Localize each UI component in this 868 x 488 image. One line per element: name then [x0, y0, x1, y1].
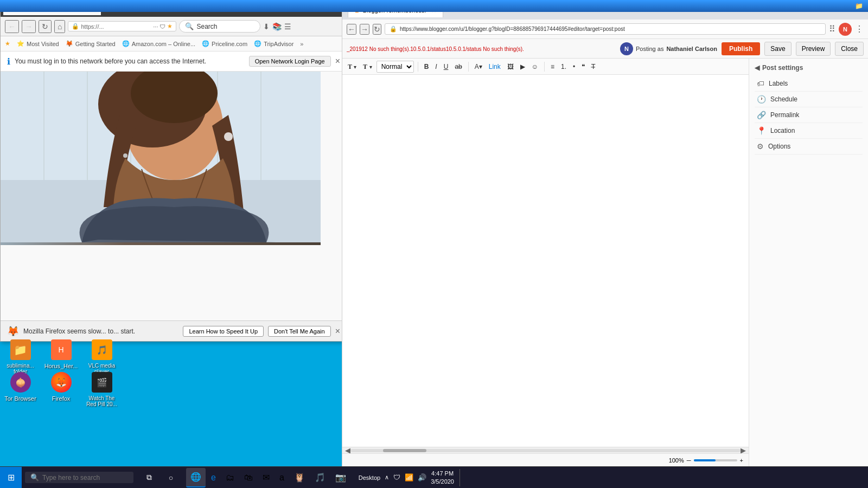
download-icon[interactable]: ⬇	[263, 22, 270, 31]
text-color-button[interactable]: A▾	[473, 62, 484, 72]
taskbar-photos-app[interactable]: 📷	[331, 468, 350, 487]
bookmark-priceline[interactable]: 🌐 Priceline.com	[202, 40, 247, 47]
blogger-url-bar[interactable]: 🔒 https://www.blogger.com/u/1/blogger.g?…	[385, 23, 826, 35]
forward-button[interactable]: →	[22, 20, 36, 33]
library-icon[interactable]: 📚	[272, 22, 282, 31]
schedule-item[interactable]: 🕐 Schedule	[755, 92, 863, 107]
b-forward-btn[interactable]: →	[360, 24, 369, 35]
taskbar-amazon-app[interactable]: a	[275, 468, 289, 487]
cortana-btn[interactable]: ○	[161, 468, 181, 487]
tray-time[interactable]: 4:47 PM 3/5/2020	[431, 470, 454, 485]
bookmarks-overflow[interactable]: »	[300, 41, 303, 47]
speed-up-button[interactable]: Learn How to Speed It Up	[183, 326, 264, 337]
svg-point-11	[123, 153, 127, 158]
scroll-track[interactable]	[350, 449, 741, 452]
location-item[interactable]: 📍 Location	[755, 123, 863, 139]
close-editor-button[interactable]: Close	[835, 42, 864, 56]
b-reload-btn[interactable]: ↻	[373, 24, 381, 35]
notification-icon: ℹ	[7, 56, 10, 67]
dont-tell-button[interactable]: Don't Tell Me Again	[268, 326, 331, 337]
taskbar-search-input[interactable]	[42, 474, 124, 481]
tray-volume-icon[interactable]: 🔊	[418, 473, 426, 481]
editor-textarea[interactable]	[342, 75, 749, 447]
more-btn[interactable]: ☰	[284, 22, 291, 31]
zoom-slider-track[interactable]	[694, 459, 737, 461]
desktop-icon-horus[interactable]: H Horus_Her...	[41, 336, 81, 372]
paragraph-style-dropdown[interactable]: Normal	[376, 61, 414, 73]
settings-chevron[interactable]: ◀	[755, 64, 760, 72]
b-apps-icon[interactable]: ⠿	[829, 24, 835, 34]
bold-button[interactable]: B	[422, 62, 431, 72]
desktop-icon-film[interactable]: 🎬 Watch TheRed Pill 20...	[81, 369, 122, 410]
firefox-icon: 🦊	[50, 371, 72, 393]
firefox-navbar: ← → ↻ ⌂ 🔒 https://... ··· 🛡 ★ 🔍 Search ⬇…	[1, 17, 347, 36]
desktop-icon-tor[interactable]: 🧅 Tor Browser	[0, 369, 41, 404]
emoji-button[interactable]: ☺	[529, 62, 540, 72]
taskbar-file-explorer[interactable]: 🗂	[221, 468, 239, 487]
reload-button[interactable]: ↻	[39, 20, 52, 33]
taskbar-media-icon: 🎵	[315, 472, 326, 483]
tray-expand[interactable]: ∧	[385, 474, 389, 481]
slowbar-text: Mozilla Firefox seems slow... to... star…	[23, 328, 178, 335]
b-more-btn[interactable]: ⋮	[855, 24, 864, 34]
video-button[interactable]: ▶	[518, 62, 527, 72]
zoom-in-btn[interactable]: +	[740, 457, 743, 464]
quote-button[interactable]: ❝	[579, 62, 587, 72]
svg-point-12	[224, 132, 233, 141]
font-family-btn[interactable]: 𝐓 ▾	[346, 62, 359, 72]
zoom-out-btn[interactable]: ─	[687, 457, 691, 464]
bookmark-tripadvisor[interactable]: 🌐 TripAdvisor	[254, 40, 293, 47]
taskbar-firefox-app[interactable]: 🌐	[186, 468, 206, 487]
taskbar-mail-app[interactable]: ✉	[258, 468, 274, 487]
top-app-1[interactable]: 📁	[853, 2, 865, 10]
start-button[interactable]: ⊞	[0, 467, 22, 489]
author-avatar: N	[620, 42, 633, 55]
bookmark-getting-started[interactable]: 🦊 Getting Started	[66, 40, 116, 47]
bookmark-most-visited[interactable]: ⭐ Most Visited	[17, 40, 59, 47]
image-button[interactable]: 🖼	[505, 62, 516, 72]
slowbar-close[interactable]: ×	[335, 326, 340, 336]
align-button[interactable]: ≡	[548, 62, 557, 72]
strikethrough-button[interactable]: ab	[452, 62, 464, 72]
bookmark-amazon[interactable]: 🌐 Amazon.com – Online...	[122, 40, 195, 47]
horus-icon: H	[50, 339, 72, 361]
save-button[interactable]: Save	[764, 42, 791, 56]
bookmark-star[interactable]: ★	[167, 23, 173, 30]
font-size-btn[interactable]: 𝐓 ▾	[361, 62, 374, 72]
italic-button[interactable]: I	[433, 62, 439, 72]
taskbar-store-app[interactable]: 🛍	[240, 468, 257, 487]
preview-button[interactable]: Preview	[796, 42, 831, 56]
underline-button[interactable]: U	[442, 62, 451, 72]
labels-item[interactable]: 🏷 Labels	[755, 76, 863, 92]
blogger-action-bar: _201912 No such thing(s).10.5.0.1/status…	[342, 39, 868, 59]
link-button[interactable]: Link	[487, 62, 503, 72]
vlc-icon: 🎵	[91, 339, 113, 361]
permalink-item[interactable]: 🔗 Permalink	[755, 107, 863, 123]
search-bar[interactable]: 🔍 Search	[179, 20, 260, 33]
show-desktop-btn[interactable]	[459, 469, 463, 486]
taskbar-search-bar[interactable]: 🔍	[25, 472, 133, 483]
bookmark-icon: ⭐	[17, 40, 24, 47]
network-login-button[interactable]: Open Network Login Page	[249, 56, 331, 67]
user-avatar[interactable]: N	[839, 23, 852, 36]
desktop-icon-firefox[interactable]: 🦊 Firefox	[41, 369, 81, 404]
remove-format-button[interactable]: T̶	[589, 62, 597, 72]
taskbar: ⊞ 🔍 ⧉ ○ 🌐 e 🗂 🛍 ✉ a 🦉	[0, 466, 868, 488]
task-view-btn[interactable]: ⧉	[139, 468, 159, 487]
taskbar-media-app[interactable]: 🎵	[310, 468, 330, 487]
scroll-thumb[interactable]	[383, 449, 426, 452]
options-item[interactable]: ⚙ Options	[755, 139, 863, 155]
url-dots[interactable]: ···	[153, 23, 158, 30]
editor-scrollbar[interactable]: ◀ ▶	[342, 447, 749, 453]
notification-close[interactable]: ×	[335, 56, 340, 66]
unordered-list-button[interactable]: •	[571, 62, 577, 72]
taskbar-tripadvisor-app[interactable]: 🦉	[290, 468, 309, 487]
publish-button[interactable]: Publish	[722, 42, 760, 55]
home-button[interactable]: ⌂	[54, 20, 65, 33]
ordered-list-button[interactable]: 1.	[559, 62, 569, 72]
url-security-bar[interactable]: 🔒 https://... ··· 🛡 ★	[68, 21, 176, 31]
back-button[interactable]: ←	[5, 20, 19, 33]
b-back-btn[interactable]: ←	[347, 24, 356, 35]
tray-desktop-label[interactable]: Desktop	[359, 474, 380, 481]
taskbar-edge-app[interactable]: e	[207, 468, 220, 487]
